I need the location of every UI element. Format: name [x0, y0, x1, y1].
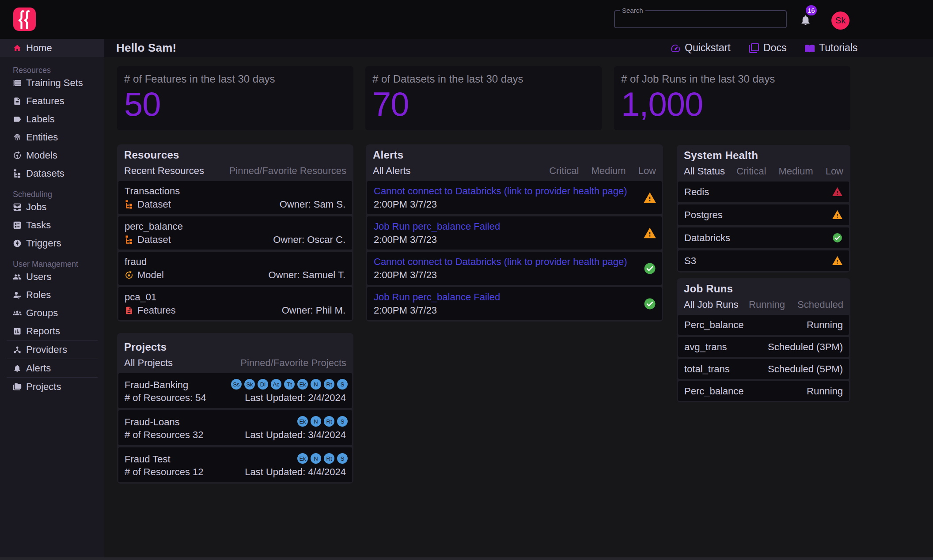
tab-medium[interactable]: Medium: [591, 165, 626, 177]
member-avatar[interactable]: Ss: [231, 379, 242, 390]
alerts-card: Alerts All Alerts Critical Medium Low Ca…: [366, 144, 663, 322]
resource-row[interactable]: pca_01 Features Owner: Phil M.: [118, 287, 352, 320]
docs-link[interactable]: Docs: [749, 39, 786, 57]
member-avatar[interactable]: Sk: [244, 379, 255, 390]
member-avatar[interactable]: Ek: [297, 416, 308, 427]
job-runs-title: Job Runs: [684, 283, 843, 295]
provider-name: S3: [684, 255, 832, 267]
tab-all-status[interactable]: All Status: [684, 166, 725, 177]
project-row[interactable]: Fraud-Loans Ek N Rt S # of Resources 32 …: [118, 410, 352, 445]
job-run-row[interactable]: avg_trans Scheduled (3PM): [678, 337, 849, 357]
sidebar-item-training-sets[interactable]: Training Sets: [0, 74, 104, 92]
featureform-logo[interactable]: [13, 8, 36, 31]
job-run-row[interactable]: Perc_balance Running: [678, 315, 849, 335]
member-avatar[interactable]: Dl: [258, 379, 268, 390]
tab-critical[interactable]: Critical: [736, 166, 766, 177]
sidebar-item-jobs[interactable]: Jobs: [0, 198, 104, 216]
sidebar-item-roles[interactable]: Roles: [0, 286, 104, 304]
member-avatar[interactable]: N: [311, 379, 321, 390]
alert-row[interactable]: Cannot connect to Databricks (link to pr…: [367, 181, 662, 214]
job-status: Scheduled (5PM): [768, 363, 843, 375]
member-avatar[interactable]: Ek: [297, 379, 308, 390]
resource-name: perc_balance: [125, 221, 183, 232]
member-avatar[interactable]: Tt: [284, 379, 295, 390]
member-avatar[interactable]: N: [311, 416, 321, 427]
tab-low[interactable]: Low: [638, 165, 656, 177]
member-avatar[interactable]: Ac: [271, 379, 281, 390]
job-run-row[interactable]: total_trans Scheduled (5PM): [678, 359, 849, 379]
warning-icon: [643, 227, 656, 240]
sidebar-item-groups[interactable]: Groups: [0, 304, 104, 322]
alert-row[interactable]: Cannot connect to Databricks (link to pr…: [367, 252, 662, 285]
tab-low[interactable]: Low: [826, 166, 843, 177]
alert-row[interactable]: Job Run perc_balance Failed 2:00PM 3/7/2…: [367, 287, 662, 320]
bolt-icon: [13, 239, 22, 248]
sidebar-item-tasks[interactable]: Tasks: [0, 216, 104, 234]
tab-all-alerts[interactable]: All Alerts: [373, 165, 411, 177]
tab-medium[interactable]: Medium: [778, 166, 813, 177]
sidebar-item-entities[interactable]: Entities: [0, 128, 104, 146]
sidebar-item-triggers[interactable]: Triggers: [0, 234, 104, 252]
health-row[interactable]: Redis: [678, 182, 849, 202]
sidebar-item-alerts[interactable]: Alerts: [0, 359, 104, 377]
health-row[interactable]: Postgres: [678, 204, 849, 225]
sidebar-item-datasets[interactable]: Datasets: [0, 164, 104, 182]
sidebar-item-reports[interactable]: Reports: [0, 322, 104, 340]
alert-message-link[interactable]: Cannot connect to Databricks (link to pr…: [374, 185, 627, 197]
tab-all-job-runs[interactable]: All Job Runs: [684, 299, 739, 310]
notification-badge: 16: [806, 5, 817, 15]
page-header: Hello Sam! Quickstart Docs Tutorials: [104, 39, 933, 57]
system-health-card: System Health All Status Critical Medium…: [677, 145, 850, 272]
resource-row[interactable]: Transactions Dataset Owner: Sam S.: [118, 181, 352, 214]
tab-scheduled[interactable]: Scheduled: [797, 299, 843, 310]
sidebar-item-features[interactable]: Features: [0, 92, 104, 110]
notifications-button[interactable]: 16: [795, 11, 818, 30]
sidebar-item-users[interactable]: Users: [0, 268, 104, 286]
tab-all-projects[interactable]: All Projects: [124, 357, 173, 369]
member-avatar[interactable]: Rt: [324, 416, 334, 427]
resource-row[interactable]: fraud Model Owner: Samuel T.: [118, 252, 352, 285]
member-avatar[interactable]: Ek: [297, 453, 308, 464]
alert-message-link[interactable]: Job Run perc_balance Failed: [374, 221, 500, 232]
tab-recent-resources[interactable]: Recent Resources: [124, 165, 204, 177]
sidebar-item-label: Models: [26, 150, 57, 161]
member-avatar[interactable]: Rt: [324, 453, 334, 464]
tutorials-link[interactable]: Tutorials: [804, 39, 857, 57]
alert-status-icon: [643, 227, 656, 240]
member-avatar[interactable]: S: [337, 379, 348, 390]
alert-message-link[interactable]: Job Run perc_balance Failed: [374, 291, 500, 303]
job-run-row[interactable]: Perc_balance Running: [678, 381, 849, 401]
stat-title: # of Features in the last 30 days: [124, 73, 346, 85]
member-avatar[interactable]: S: [337, 416, 348, 427]
resource-row[interactable]: perc_balance Dataset Owner: Oscar C.: [118, 216, 352, 250]
quickstart-link[interactable]: Quickstart: [670, 39, 731, 57]
sidebar-item-providers[interactable]: Providers: [0, 341, 104, 359]
tab-pinned-projects[interactable]: Pinned/Favorite Projects: [240, 357, 346, 369]
check-circle-icon: [832, 232, 843, 243]
alerts-card-title: Alerts: [373, 149, 656, 161]
alert-message-link[interactable]: Cannot connect to Databricks (link to pr…: [374, 256, 627, 268]
tab-pinned-resources[interactable]: Pinned/Favorite Resources: [229, 165, 346, 177]
sidebar-item-projects[interactable]: Projects: [0, 378, 104, 396]
horizontal-scrollbar[interactable]: [0, 557, 933, 560]
project-row[interactable]: Fraud-Banking Ss Sk Dl Ac Tt Ek N Rt S #…: [118, 373, 352, 408]
sidebar-item-models[interactable]: Models: [0, 146, 104, 164]
member-avatar[interactable]: N: [311, 453, 321, 464]
docs-icon: [749, 43, 759, 53]
sidebar-item-home[interactable]: Home: [0, 39, 104, 57]
stat-value: 1,000: [621, 86, 843, 122]
tab-critical[interactable]: Critical: [549, 165, 579, 177]
health-row[interactable]: Databricks: [678, 227, 849, 248]
sidebar-item-labels[interactable]: Labels: [0, 110, 104, 128]
tab-running[interactable]: Running: [749, 299, 785, 310]
alert-row[interactable]: Job Run perc_balance Failed 2:00PM 3/7/2…: [367, 216, 662, 250]
member-avatar[interactable]: Rt: [324, 379, 334, 390]
health-status-icon: [832, 209, 843, 220]
member-avatar[interactable]: S: [337, 453, 348, 464]
health-row[interactable]: S3: [678, 250, 849, 271]
user-avatar[interactable]: Sk: [831, 11, 850, 30]
alert-time: 2:00PM 3/7/23: [374, 305, 437, 316]
resource-type: Features: [137, 305, 176, 316]
project-row[interactable]: Fraud Test Ek N Rt S # of Resources 12 L…: [118, 447, 352, 482]
sidebar-item-label: Providers: [26, 344, 67, 356]
